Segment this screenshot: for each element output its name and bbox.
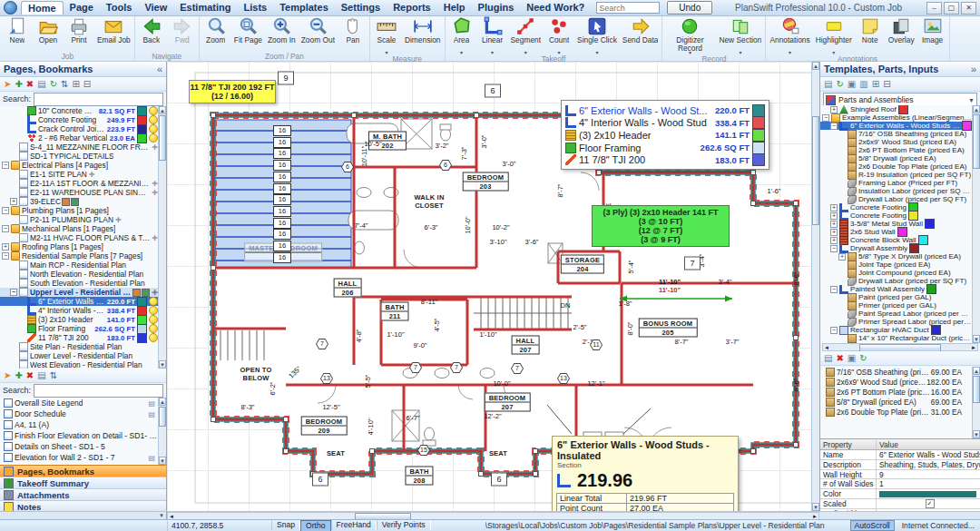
mode-toggle-freehand[interactable]: FreeHand	[331, 520, 377, 530]
collapse-icon[interactable]: −	[10, 289, 17, 296]
tree-row-2-6-rebar-vertical[interactable]: −2 - #6 Rebar Vertical23.0 EA	[0, 133, 158, 143]
tree-row-7-16-osb-sheathing-priced-ea[interactable]: −7/16" OSB Sheathing (priced EA)	[820, 130, 972, 138]
property-row-color[interactable]: Color	[820, 489, 980, 499]
tree-row-5-8-drywall-priced-ea[interactable]: −5/8" Drywall (priced EA)	[820, 154, 972, 162]
refresh-icon[interactable]: ↻	[50, 79, 57, 90]
color-swatch[interactable]	[925, 219, 935, 229]
menu-tab-lists[interactable]: Lists	[237, 1, 273, 15]
collapse-icon[interactable]: −	[830, 327, 838, 334]
tree-row-paint-spread-labor-priced-per-hour[interactable]: −Paint Spread Labor (priced per Hour)	[820, 310, 972, 318]
header-annotation-label[interactable]: (3 Ply) (3) 2x10 Header 141 FT (3 @ 10 F…	[592, 205, 730, 247]
part-row-2x6-double-top-plate-priced-ea[interactable]: 2x6 Double Top Plate (priced EA)31.00 EA	[820, 407, 972, 417]
tree-row-residential-sample-plans-7-pages[interactable]: −Residential Sample Plans [7 Pages]	[0, 251, 158, 261]
tree-row-11-7-8-tji-200[interactable]: −11 7/8" TJI 200183.0 FT	[0, 333, 158, 342]
delete-icon[interactable]: ✖	[26, 370, 34, 381]
page-link-icon[interactable]: ▤	[148, 410, 155, 418]
tree-row-upper-level-residential-plan[interactable]: −Upper Level - Residential Plan✛	[0, 288, 158, 297]
pages-tree-scrollbar[interactable]: ▲▼	[158, 106, 166, 369]
page-link-icon[interactable]: ▤	[148, 399, 155, 408]
ribbon-button-linear[interactable]: Linear▾	[477, 16, 508, 54]
ribbon-button-highlighter[interactable]: Highlighter▾	[813, 16, 855, 54]
tree-row-site-plan-residential-plan[interactable]: −Site Plan - Residential Plan	[0, 342, 158, 351]
tree-row-joint-tape-priced-ea[interactable]: −Joint Tape (priced EA)	[820, 261, 972, 269]
expand-icon[interactable]: +	[2, 243, 9, 251]
collapse-icon[interactable]: −	[830, 245, 838, 252]
refresh-icon[interactable]: ↻	[859, 353, 867, 364]
move-icon[interactable]: ✛	[152, 189, 158, 197]
tree-row-s-4-11-mezzanine-floor-framing-bldg-11[interactable]: −S-4_11 MEZZANINE FLOOR FRAMING - BLDG 1…	[0, 143, 158, 152]
bookmarks-search-input[interactable]	[34, 384, 163, 398]
expand-icon[interactable]: +	[830, 212, 838, 220]
ribbon-button-send-data[interactable]: Send Data	[620, 16, 662, 54]
property-row-of-wall-sides[interactable]: # of Wall Sides1	[820, 479, 980, 489]
move-icon[interactable]: ✛	[152, 180, 158, 188]
pages-search-input[interactable]	[34, 93, 163, 106]
tree-row-m2-11-hvac-floor-plans-t-24[interactable]: −M2-11 HVAC FLOOR PLANS & T-24✛	[0, 233, 158, 242]
ribbon-button-email-job[interactable]: Email Job	[94, 16, 133, 52]
tji-annotation-label[interactable]: 11 7/8" TJI 200 192 FT (12 / 16.00)	[189, 80, 276, 103]
ribbon-button-overlay[interactable]: Overlay	[886, 16, 917, 54]
tree-row-2x6-pt-bottom-plate-priced-ea[interactable]: −2x6 PT Bottom Plate (priced EA)	[820, 146, 972, 154]
expand-icon[interactable]: +	[830, 229, 838, 236]
properties-icon[interactable]: ▤	[824, 353, 832, 364]
tree-row-north-elevation-residential-plan[interactable]: −North Elevation - Residential Plan	[0, 270, 158, 279]
bookmark-details-on-sheet-sd1-5[interactable]: Details on Sheet - SD1 - 5	[0, 441, 158, 452]
property-row-wall-height[interactable]: Wall Height9	[820, 470, 980, 480]
visibility-bulb-icon[interactable]	[149, 324, 158, 333]
part-row-2x6-pt-bottom-plate-priced-ea[interactable]: 2x6 PT Bottom Plate (priced EA)16.00 EA	[820, 387, 972, 397]
tree-row-rectangular-hvac-duct[interactable]: −Rectangular HVAC Duct	[820, 326, 972, 334]
collapse-panel-icon[interactable]: «	[157, 64, 162, 76]
visibility-bulb-icon[interactable]	[149, 124, 158, 133]
menu-tab-settings[interactable]: Settings	[335, 1, 387, 15]
tree-row-west-elevation-residential-plan[interactable]: −West Elevation - Residential Plan	[0, 360, 158, 369]
page-link-icon[interactable]: ▤	[148, 454, 155, 462]
bookmark-finish-floor-elevation-on-detail-sd1-22[interactable]: Finish Floor Elevation on Detail - SD1- …	[0, 430, 158, 441]
color-value-swatch[interactable]	[879, 491, 976, 497]
minimize-button[interactable]: –	[926, 2, 942, 15]
ribbon-button-fwd[interactable]: Fwd	[167, 16, 198, 52]
tree-row-3-2x10-header[interactable]: −(3) 2x10 Header141.0 FT	[0, 315, 158, 324]
tree-row-5-8-type-x-drywall-priced-ea[interactable]: +5/8" Type X Drywall (priced EA)	[820, 252, 972, 261]
menu-tab-plugins[interactable]: Plugins	[472, 1, 521, 15]
delete-icon[interactable]: ✖	[26, 79, 34, 90]
visibility-bulb-icon[interactable]	[149, 106, 158, 115]
takeoff-legend[interactable]: 6" Exterior Walls - Wood St...220.0 FT4"…	[561, 100, 769, 170]
visibility-bulb-icon[interactable]	[149, 297, 158, 306]
tree-row-2x6x9-wood-stud-priced-ea[interactable]: −2x6x9' Wood Stud (priced EA)	[820, 138, 972, 146]
properties-icon[interactable]: ▤	[37, 79, 45, 90]
bookmark-elevation-for-wall-2-sd1-7[interactable]: Elevation for Wall 2 - SD1 - 7▤	[0, 452, 158, 463]
find-icon[interactable]: ▣	[848, 79, 856, 90]
ribbon-button-digitizer-record[interactable]: Digitizer Record▾	[663, 16, 716, 54]
tree-row-e2-11a-1st-floor-mezzanine-level-offi[interactable]: −E2-11A 1ST FLOOR & MEZZANINE LEVEL OFFI…	[0, 179, 158, 188]
tree-row-sd-1-typical-details[interactable]: −SD-1 TYPICAL DETAILS	[0, 152, 158, 161]
color-swatch[interactable]	[137, 133, 147, 143]
part-row-5-8-drywall-priced-ea[interactable]: 5/8" Drywall (priced EA)69.00 EA	[820, 397, 972, 407]
close-button[interactable]: ✕	[961, 2, 976, 15]
add-icon[interactable]: ✚	[15, 79, 22, 90]
tree-row-6-exterior-walls-wood-stu[interactable]: −6" Exterior Walls - Wood Stu...220.0 FT	[0, 297, 158, 306]
ribbon-button-scale[interactable]: Scale▾	[371, 16, 402, 54]
menu-tab-tools[interactable]: Tools	[100, 1, 139, 15]
menu-tab-estimating[interactable]: Estimating	[173, 1, 237, 15]
sort-icon[interactable]: ⇅	[61, 79, 68, 90]
color-swatch[interactable]	[137, 333, 147, 343]
search-input[interactable]	[596, 2, 660, 14]
expand-icon[interactable]: +	[830, 106, 838, 113]
visibility-bulb-icon[interactable]	[149, 306, 158, 315]
move-icon[interactable]: ✛	[115, 216, 122, 224]
move-icon[interactable]: ✛	[89, 171, 95, 179]
property-row-scaled[interactable]: Scaled✓	[820, 499, 980, 509]
templates-hscrollbar[interactable]: ◄ ►	[822, 343, 978, 351]
bookmark-overall-site-legend[interactable]: Overall Site Legend▤	[0, 398, 158, 408]
tree-row-primer-priced-per-gal[interactable]: −Primer (priced per GAL)	[820, 301, 972, 310]
accordion-attachments[interactable]: Attachments	[0, 488, 166, 500]
visibility-bulb-icon[interactable]	[149, 133, 158, 143]
sort-icon[interactable]: ⇅	[50, 370, 57, 381]
properties-icon[interactable]: ▤	[37, 370, 45, 381]
tree-row-concrete-footing[interactable]: −Concrete Footing249.9 FT	[0, 115, 158, 124]
ribbon-button-new-section[interactable]: New Section▾	[716, 16, 764, 54]
ribbon-button-area[interactable]: Area▾	[446, 16, 477, 54]
canvas-vertical-scrollbar[interactable]: ▲▼	[811, 62, 819, 511]
card-icon[interactable]: ▣	[848, 353, 856, 364]
left-panel-bottom-bar[interactable]: ▼	[0, 512, 167, 519]
